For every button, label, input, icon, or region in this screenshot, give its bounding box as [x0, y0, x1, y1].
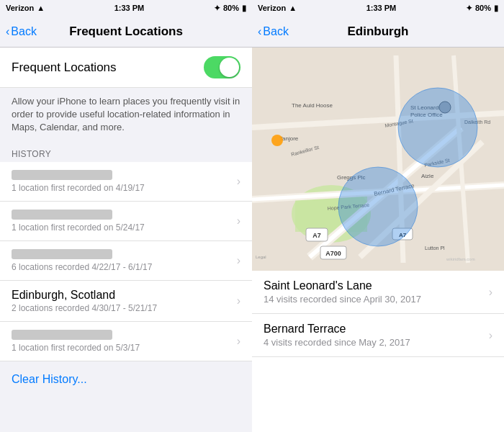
history-item-sub-4: 1 location first recorded on 5/3/17	[12, 343, 231, 353]
map-container[interactable]: A7 A700 A7 Bernard Terrace Hope Park Ter…	[252, 48, 504, 271]
history-item-sub-1: 1 location first recorded on 5/24/17	[12, 222, 231, 233]
back-button-left[interactable]: ‹ Back	[6, 25, 37, 38]
chevron-back-icon-right: ‹	[258, 25, 261, 38]
svg-text:Lutton Pl: Lutton Pl	[425, 246, 445, 251]
description-text: Allow your iPhone to learn places you fr…	[12, 96, 240, 132]
list-item-edinburgh[interactable]: Edinburgh, Scotland 2 locations recorded…	[0, 281, 252, 322]
settings-list: Frequent Locations Allow your iPhone to …	[0, 48, 252, 432]
bluetooth-icon-right: ✦	[466, 4, 472, 13]
history-item-title-1	[12, 210, 112, 220]
location-item-saint-leonards[interactable]: Saint Leonard's Lane 14 visits recorded …	[252, 271, 504, 314]
frequent-locations-toggle-row: Frequent Locations	[0, 48, 252, 88]
history-item-sub-2: 6 locations recorded 4/22/17 - 6/1/17	[12, 262, 231, 272]
chevron-icon: ›	[237, 254, 240, 267]
wifi-icon: ▲	[37, 4, 45, 12]
bluetooth-icon: ✦	[214, 4, 220, 13]
location-title-0: Saint Leonard's Lane	[264, 279, 421, 292]
svg-point-33	[398, 88, 477, 167]
location-item-bernard-terrace[interactable]: Bernard Terrace 4 visits recorded since …	[252, 314, 504, 357]
time-right: 1:33 PM	[366, 4, 397, 12]
svg-point-31	[271, 135, 283, 146]
carrier-left: Verizon	[6, 4, 34, 12]
history-section-header: HISTORY	[0, 145, 252, 162]
status-left: Verizon ▲	[6, 4, 45, 12]
page-title-right: Edinburgh	[348, 24, 409, 39]
history-header-label: HISTORY	[12, 149, 51, 159]
list-item[interactable]: 1 location first recorded on 5/3/17 ›	[0, 322, 252, 361]
back-button-right[interactable]: ‹ Back	[258, 25, 289, 38]
chevron-icon: ›	[237, 335, 240, 348]
history-item-title-2	[12, 249, 112, 259]
svg-text:A7: A7	[312, 232, 321, 239]
history-list: 1 location first recorded on 4/19/17 › 1…	[0, 162, 252, 361]
battery-left: 80%	[223, 4, 239, 12]
location-sub-1: 4 visits recorded since May 2, 2017	[264, 337, 410, 348]
location-list: Saint Leonard's Lane 14 visits recorded …	[252, 271, 504, 432]
map-svg: A7 A700 A7 Bernard Terrace Hope Park Ter…	[252, 48, 504, 271]
history-item-sub-0: 1 location first recorded on 4/19/17	[12, 183, 231, 193]
clear-history-button[interactable]: Clear History...	[0, 361, 252, 397]
battery-right: 80%	[475, 4, 491, 12]
status-left-right: Verizon ▲	[258, 4, 297, 12]
time-left: 1:33 PM	[114, 4, 145, 12]
description-block: Allow your iPhone to learn places you fr…	[0, 88, 252, 145]
nav-bar-left: ‹ Back Frequent Locations	[0, 16, 252, 48]
status-bar-left: Verizon ▲ 1:33 PM ✦ 80% ▮	[0, 0, 252, 16]
chevron-back-icon-left: ‹	[6, 25, 9, 38]
right-panel: Verizon ▲ 1:33 PM ✦ 80% ▮ ‹ Back Edinbur…	[252, 0, 504, 432]
chevron-icon: ›	[489, 286, 492, 299]
back-label-left: Back	[11, 25, 37, 38]
carrier-right: Verizon	[258, 4, 286, 12]
list-item[interactable]: 1 location first recorded on 4/19/17 ›	[0, 162, 252, 202]
toggle-switch[interactable]	[204, 56, 240, 78]
history-item-title-0	[12, 170, 112, 180]
page-title-left: Frequent Locations	[69, 24, 183, 39]
clear-history-label: Clear History...	[12, 373, 87, 385]
svg-text:The Auld Hoose: The Auld Hoose	[292, 102, 333, 109]
status-right: ✦ 80% ▮	[214, 4, 246, 13]
chevron-icon: ›	[237, 294, 240, 307]
history-item-sub-3: 2 locations recorded 4/30/17 - 5/21/17	[12, 303, 231, 313]
back-label-right: Back	[263, 25, 289, 38]
list-item[interactable]: 1 location first recorded on 5/24/17 ›	[0, 202, 252, 241]
svg-text:Legal: Legal	[256, 255, 266, 259]
toggle-label: Frequent Locations	[12, 60, 117, 75]
svg-point-34	[338, 167, 418, 246]
location-sub-0: 14 visits recorded since April 30, 2017	[264, 294, 421, 305]
location-title-1: Bernard Terrace	[264, 323, 410, 336]
list-item[interactable]: 6 locations recorded 4/22/17 - 6/1/17 ›	[0, 241, 252, 281]
svg-text:Aizle: Aizle	[421, 173, 434, 179]
svg-text:wikiridfam.com: wikiridfam.com	[446, 257, 475, 261]
wifi-icon-right: ▲	[289, 4, 297, 12]
nav-bar-right: ‹ Back Edinburgh	[252, 16, 504, 48]
left-panel: Verizon ▲ 1:33 PM ✦ 80% ▮ ‹ Back Frequen…	[0, 0, 252, 432]
chevron-icon: ›	[237, 215, 240, 228]
history-item-title-4	[12, 330, 112, 340]
status-bar-right: Verizon ▲ 1:33 PM ✦ 80% ▮	[252, 0, 504, 16]
chevron-icon: ›	[489, 329, 492, 342]
battery-icon-right: ▮	[494, 4, 498, 13]
status-right-right: ✦ 80% ▮	[466, 4, 498, 13]
chevron-icon: ›	[237, 175, 240, 188]
svg-text:A700: A700	[325, 250, 341, 257]
battery-icon-left: ▮	[242, 4, 246, 13]
history-item-title-3: Edinburgh, Scotland	[12, 289, 231, 302]
